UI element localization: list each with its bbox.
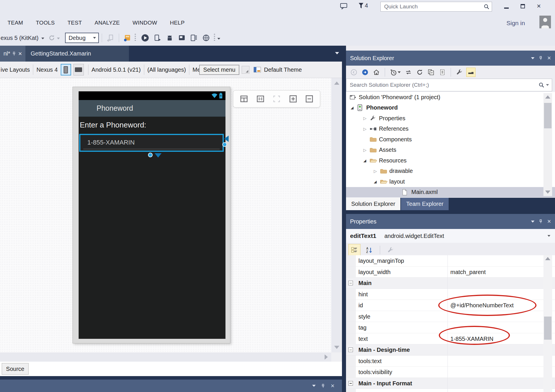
alternative-layouts-label[interactable]: ive Layouts bbox=[1, 66, 30, 73]
feedback-icon[interactable] bbox=[340, 3, 347, 10]
pin-icon[interactable] bbox=[12, 52, 16, 56]
theme-selector[interactable]: Default Theme bbox=[264, 66, 302, 73]
scroll-right-icon[interactable] bbox=[325, 354, 328, 360]
close-icon[interactable]: × bbox=[547, 218, 551, 225]
close-tab-icon[interactable]: × bbox=[18, 51, 22, 57]
forward-button[interactable] bbox=[361, 68, 369, 77]
collapse-category-icon[interactable] bbox=[348, 281, 353, 285]
edittext-widget-selected[interactable]: 1-855-XAMARIN bbox=[79, 134, 224, 152]
language-selector[interactable]: (All languages) bbox=[147, 66, 186, 73]
device-dropdown[interactable]: exus 5 (KitKat) bbox=[1, 35, 38, 41]
device-monitor-button[interactable] bbox=[190, 34, 198, 42]
chevron-down-icon[interactable] bbox=[531, 221, 534, 223]
chevron-down-icon[interactable] bbox=[312, 385, 316, 387]
close-button[interactable]: × bbox=[533, 1, 545, 12]
start-debug-button[interactable] bbox=[141, 34, 149, 42]
sync-button[interactable] bbox=[404, 68, 413, 77]
menu-window[interactable]: WINDOW bbox=[132, 17, 158, 28]
tab-main-axml[interactable]: nl* × bbox=[0, 46, 25, 62]
menu-dropdown-button[interactable] bbox=[242, 66, 249, 74]
property-category-main-design-time[interactable]: Main - Design-time bbox=[346, 344, 555, 356]
zoom-in-button[interactable] bbox=[289, 95, 297, 103]
selected-object-row[interactable]: editText1 android.widget.EditText bbox=[346, 229, 555, 243]
properties-scrollbar[interactable] bbox=[543, 255, 552, 392]
refresh-button[interactable] bbox=[415, 68, 424, 77]
split-view-button[interactable] bbox=[240, 95, 248, 103]
android-emulator-button[interactable] bbox=[166, 34, 173, 42]
tree-item-assets[interactable]: ▷Assets bbox=[346, 145, 555, 156]
grid-column-divider[interactable] bbox=[447, 255, 448, 392]
property-value[interactable]: @+id/PhoneNumberText bbox=[450, 300, 514, 311]
device-dropdown-caret[interactable] bbox=[41, 38, 44, 39]
property-category-main[interactable]: Main bbox=[346, 278, 555, 289]
menu-tools[interactable]: TOOLS bbox=[35, 17, 56, 28]
menu-help[interactable]: HELP bbox=[169, 17, 185, 28]
avatar[interactable] bbox=[539, 16, 551, 28]
toolbar-overflow-caret[interactable] bbox=[217, 38, 220, 40]
refresh-devices-icon[interactable] bbox=[48, 34, 55, 41]
toolbar-grip[interactable] bbox=[135, 34, 136, 42]
tree-item-components[interactable]: Components bbox=[346, 134, 555, 145]
designer-horizontal-scrollbar[interactable] bbox=[0, 352, 331, 362]
chevron-down-icon[interactable] bbox=[531, 57, 534, 59]
scroll-up-icon[interactable] bbox=[545, 257, 550, 260]
maximize-button[interactable] bbox=[517, 1, 528, 12]
selection-side-arrow[interactable] bbox=[224, 136, 229, 142]
quick-launch-input[interactable] bbox=[381, 3, 484, 10]
search-icon[interactable] bbox=[539, 82, 544, 88]
pin-icon[interactable] bbox=[539, 219, 543, 223]
menu-analyze[interactable]: ANALYZE bbox=[94, 17, 120, 28]
portrait-button[interactable] bbox=[61, 64, 71, 75]
selection-bottom-arrow[interactable] bbox=[155, 153, 162, 158]
designer-vertical-scrollbar[interactable] bbox=[331, 78, 342, 352]
select-menu-dropdown[interactable]: Select menu bbox=[199, 65, 239, 75]
property-row-tools-text[interactable]: tools:text bbox=[346, 356, 555, 367]
textview-widget[interactable]: Enter a Phoneword: bbox=[80, 121, 225, 130]
show-all-files-button[interactable] bbox=[466, 68, 476, 77]
property-value[interactable]: 1-855-XAMARIN bbox=[450, 333, 493, 344]
design-surface[interactable]: Phoneword Enter a Phoneword: 1-855-XAMAR… bbox=[0, 78, 331, 352]
selection-handle-right[interactable] bbox=[222, 142, 227, 147]
tab-gettingstarted[interactable]: GettingStarted.Xamarin bbox=[25, 46, 129, 62]
menu-test[interactable]: TEST bbox=[67, 17, 83, 28]
property-value[interactable]: match_parent bbox=[450, 267, 486, 278]
property-row-tools-visibility[interactable]: tools:visibility bbox=[346, 367, 555, 378]
solution-search-input[interactable] bbox=[346, 82, 539, 88]
property-row-digits[interactable]: digits bbox=[346, 389, 555, 392]
solution-explorer-titlebar[interactable]: Solution Explorer × bbox=[346, 51, 555, 66]
sign-in-link[interactable]: Sign in bbox=[506, 20, 525, 27]
minimize-button[interactable] bbox=[501, 1, 512, 12]
scrollbar-thumb[interactable] bbox=[544, 103, 552, 128]
categorized-button[interactable] bbox=[348, 244, 360, 256]
property-row-tag[interactable]: tag bbox=[346, 322, 555, 333]
tree-item-references[interactable]: ▷References bbox=[346, 124, 555, 134]
package-icon[interactable] bbox=[124, 34, 131, 41]
property-row-style[interactable]: style bbox=[346, 311, 555, 322]
close-icon[interactable]: × bbox=[331, 383, 334, 389]
tab-team-explorer[interactable]: Team Explorer bbox=[401, 198, 449, 210]
collapsed-expander-icon[interactable]: ▷ bbox=[363, 116, 370, 121]
zoom-out-button[interactable] bbox=[305, 95, 314, 103]
property-category-main-input-format[interactable]: Main - Input Format bbox=[346, 378, 555, 389]
tree-item-layout[interactable]: ◢layout bbox=[346, 176, 555, 187]
collapsed-expander-icon[interactable]: ▷ bbox=[363, 148, 370, 152]
scroll-up-icon[interactable] bbox=[334, 82, 339, 85]
tree-scrollbar[interactable] bbox=[543, 93, 552, 196]
tree-item-drawable[interactable]: ▷drawable bbox=[346, 166, 555, 177]
home-button[interactable] bbox=[372, 68, 381, 77]
actual-size-button[interactable] bbox=[256, 95, 265, 103]
tab-solution-explorer[interactable]: Solution Explorer bbox=[346, 198, 400, 210]
property-row-text[interactable]: text1-855-XAMARIN bbox=[346, 333, 555, 345]
collapse-category-icon[interactable] bbox=[348, 381, 353, 386]
collapse-category-icon[interactable] bbox=[348, 347, 353, 352]
pending-changes-button[interactable] bbox=[389, 68, 402, 77]
tab-list-chevron-icon[interactable] bbox=[335, 52, 339, 54]
collapse-all-button[interactable] bbox=[427, 68, 435, 77]
tree-item-main-axml[interactable]: Main.axml bbox=[346, 187, 555, 198]
tree-item-phoneword[interactable]: ◢Phoneword bbox=[346, 103, 555, 113]
config-dropdown[interactable]: Debug bbox=[65, 33, 99, 43]
screenshot-button[interactable] bbox=[178, 34, 186, 42]
tree-item-properties[interactable]: ▷Properties bbox=[346, 113, 555, 124]
collapsed-expander-icon[interactable]: ▷ bbox=[374, 169, 380, 173]
refresh-caret[interactable] bbox=[57, 38, 60, 39]
